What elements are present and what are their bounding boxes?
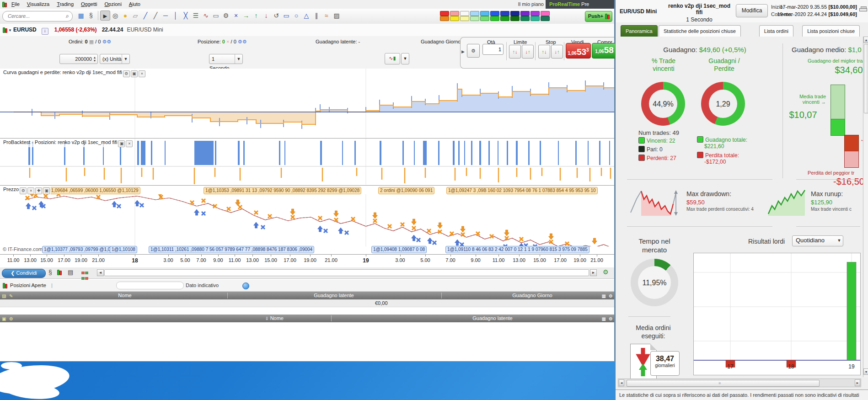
limit-buy-button[interactable]: ↑↓ xyxy=(509,45,521,59)
ruler-icon[interactable]: ▱ xyxy=(130,11,140,21)
results-v-scrollbar[interactable]: ▲ ▼ xyxy=(863,37,868,377)
pane-close-icon[interactable]: × xyxy=(139,70,145,77)
color-swatch[interactable] xyxy=(450,11,459,16)
table-grid-icon[interactable]: ▦ xyxy=(602,292,606,300)
pane-settings-icon[interactable]: ⚙ xyxy=(123,70,130,77)
indicator-list-icon[interactable]: ☰ xyxy=(191,11,201,21)
tab-statistiche-delle-posizioni-chiuse[interactable]: Statistiche delle posizioni chiuse xyxy=(659,25,741,37)
arrow-down-icon[interactable]: ↓ xyxy=(261,11,271,21)
color-swatch[interactable] xyxy=(440,16,449,21)
rect-shape-icon[interactable]: ▭ xyxy=(281,11,291,21)
color-swatch[interactable] xyxy=(480,16,489,21)
color-swatch[interactable] xyxy=(520,11,530,16)
table-filter-icon[interactable]: ▣ xyxy=(2,315,6,323)
color-swatch[interactable] xyxy=(530,11,540,16)
channel-icon[interactable]: ∥ xyxy=(311,11,321,21)
table-grid-icon[interactable]: ▦ xyxy=(602,315,606,323)
col-guadagno-giorno[interactable]: Guadagno Giorno xyxy=(512,292,552,299)
pane-window-icon[interactable]: ▣ xyxy=(118,140,125,147)
candle-icon[interactable] xyxy=(57,269,61,275)
vline-icon[interactable]: │ xyxy=(171,11,181,21)
alert-bell-icon[interactable]: ● xyxy=(120,11,130,21)
ellipse-shape-icon[interactable]: ○ xyxy=(291,11,301,21)
color-swatch[interactable] xyxy=(510,11,520,16)
modify-button[interactable]: Modifica xyxy=(736,4,768,17)
menu-file[interactable]: File xyxy=(8,0,23,8)
scroll-left-button[interactable]: ◄ xyxy=(619,379,624,386)
segment-icon[interactable]: ╱ xyxy=(140,11,150,21)
chart-style-button[interactable]: ∿▮ xyxy=(385,53,400,64)
table-filter-icon[interactable]: ▨ xyxy=(2,292,6,300)
color-swatch[interactable] xyxy=(440,11,449,16)
color-swatch[interactable] xyxy=(490,16,499,21)
orders-settings-icon[interactable]: ⚙⚙ xyxy=(102,39,111,44)
color-swatch[interactable] xyxy=(480,11,489,16)
collapse-arrow-icon[interactable]: ▶ xyxy=(461,49,465,54)
prorealtime-version-badge[interactable]: ProRealTime Pre xyxy=(546,0,614,9)
arrow-right-icon[interactable]: → xyxy=(241,11,251,21)
color-swatch[interactable] xyxy=(470,16,479,21)
quantity-stepper[interactable]: ▲▼200000 xyxy=(59,54,98,64)
table-settings-icon[interactable]: ⚙ xyxy=(609,315,613,323)
pane-add-icon[interactable]: ✚ xyxy=(35,187,42,194)
pane-window-icon[interactable]: ▣ xyxy=(43,187,50,194)
scroll-right-button[interactable]: ► xyxy=(855,379,860,386)
table-edit-icon[interactable]: ✎ xyxy=(9,292,13,300)
pane-close-icon[interactable]: × xyxy=(126,140,133,147)
qty-input[interactable] xyxy=(482,44,504,55)
symbol-dropdown-arrow[interactable]: ▼ xyxy=(8,28,12,32)
cursor-icon[interactable]: ► xyxy=(100,11,110,21)
tools-icon[interactable]: ⚙ xyxy=(221,11,231,21)
arrow-up-icon[interactable]: ↑ xyxy=(251,11,261,21)
scroll-up-button[interactable]: ▲ xyxy=(863,37,868,43)
color-swatch[interactable] xyxy=(530,16,540,21)
search-input[interactable] xyxy=(7,13,66,19)
color-swatch[interactable] xyxy=(500,11,509,16)
color-swatch[interactable] xyxy=(541,11,550,16)
info-icon[interactable]: i xyxy=(42,28,48,35)
scroll-down-button[interactable]: ▼ xyxy=(863,368,868,375)
my-plan-link[interactable]: Il mio piano xyxy=(518,1,544,7)
color-swatch[interactable] xyxy=(470,11,479,16)
chart-style-dropdown[interactable]: ▼ xyxy=(401,53,409,64)
trendline-icon[interactable]: ╱ xyxy=(150,11,161,21)
table-settings-icon[interactable]: ⚙ xyxy=(9,315,13,323)
color-swatch[interactable] xyxy=(450,16,459,21)
color-swatch[interactable] xyxy=(520,16,530,21)
crossed-lines-icon[interactable]: ╳ xyxy=(181,11,191,21)
triangle-shape-icon[interactable]: △ xyxy=(301,11,311,21)
trash-icon[interactable]: ▭ xyxy=(211,11,221,21)
chart-tools-icon[interactable]: ⚙ xyxy=(603,268,609,276)
push-button[interactable]: Push+ xyxy=(585,11,612,22)
share-button[interactable]: ❮ Condividi xyxy=(2,269,46,278)
buy-button[interactable]: 1,0658 xyxy=(592,43,617,59)
scrollbar-thumb[interactable]: ≡ xyxy=(627,380,820,387)
pane-settings-icon[interactable]: ⚙ xyxy=(20,187,27,194)
orders-grid-icon[interactable]: ▦ xyxy=(89,39,94,44)
menu-trading[interactable]: Trading xyxy=(53,0,77,8)
menu-oggetti[interactable]: Oggetti xyxy=(77,0,101,8)
col-guadagno-latente[interactable]: Guadagno latente xyxy=(314,292,354,299)
link-charts-icon[interactable]: § xyxy=(86,11,96,21)
color-swatch[interactable] xyxy=(500,16,509,21)
zigzag-icon[interactable]: ∿ xyxy=(201,11,211,21)
open-positions-label[interactable]: Posizioni Aperte xyxy=(10,283,46,288)
order-settings-button[interactable]: ⚙ xyxy=(467,44,480,58)
scrollbar-thumb[interactable] xyxy=(864,44,868,113)
table-settings-icon[interactable]: ⚙ xyxy=(609,292,613,300)
menu-opzioni[interactable]: Opzioni xyxy=(101,0,125,8)
link-icon[interactable]: § xyxy=(48,269,52,276)
position-settings-icon[interactable]: ⚙⚙ xyxy=(238,39,247,44)
pane-close-icon[interactable]: × xyxy=(27,187,34,194)
filter-box[interactable] xyxy=(116,282,184,289)
search-icon[interactable]: ⌕ xyxy=(66,12,69,20)
color-swatch[interactable] xyxy=(541,16,550,21)
symbol-name[interactable]: EURUSD xyxy=(13,27,37,33)
tab-lista-posizioni-chiuse[interactable]: Lista posizioni chiuse xyxy=(802,25,860,37)
color-swatch[interactable] xyxy=(460,16,469,21)
limit-sell-button[interactable]: ↓↑ xyxy=(522,45,534,59)
search-box[interactable]: ⌕ xyxy=(2,11,73,21)
col-guadagno-latente[interactable]: Guadagno latente xyxy=(472,315,512,322)
position-close-icon[interactable]: × xyxy=(226,39,229,44)
scroll-right-button[interactable]: ► xyxy=(590,269,597,276)
